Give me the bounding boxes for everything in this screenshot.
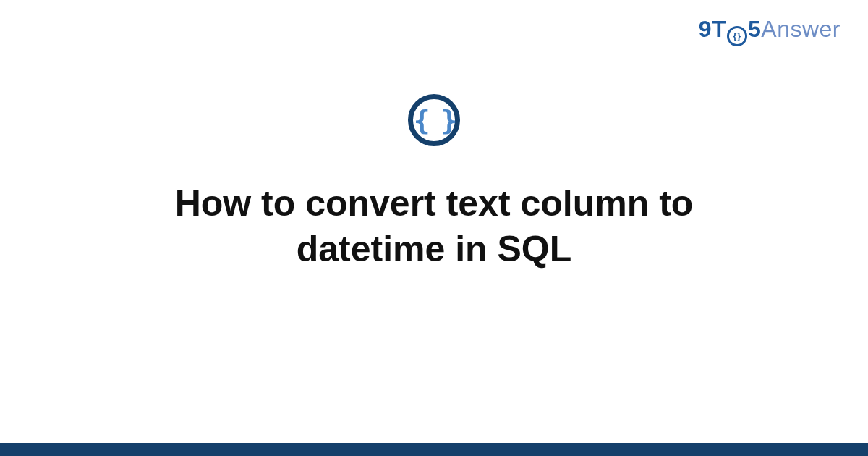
page-title: How to convert text column to datetime i… bbox=[72, 181, 796, 271]
logo-text-9t: 9T bbox=[699, 16, 726, 42]
code-braces-icon: { } bbox=[408, 94, 460, 146]
logo-text-5: 5 bbox=[748, 16, 761, 42]
site-logo[interactable]: 9T{}5Answer bbox=[699, 16, 841, 46]
content-area: { } How to convert text column to dateti… bbox=[0, 94, 868, 271]
braces-glyph: { } bbox=[414, 106, 455, 134]
logo-circle-glyph: {} bbox=[727, 26, 747, 46]
footer-accent-bar bbox=[0, 443, 868, 456]
logo-text-answer: Answer bbox=[761, 16, 841, 42]
